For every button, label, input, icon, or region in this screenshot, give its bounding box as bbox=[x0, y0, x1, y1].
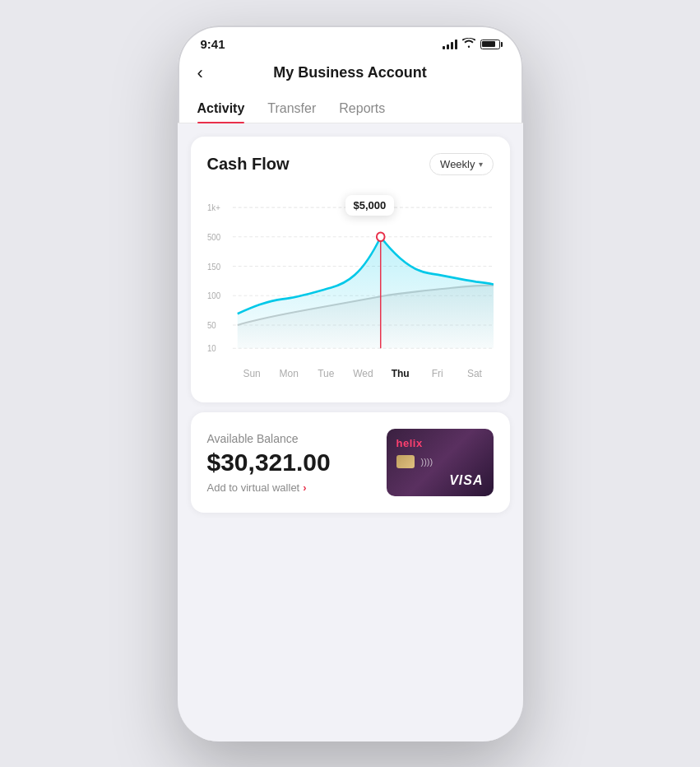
svg-text:100: 100 bbox=[207, 291, 220, 300]
balance-info: Available Balance $30,321.00 Add to virt… bbox=[207, 432, 331, 494]
tab-activity[interactable]: Activity bbox=[197, 95, 245, 123]
card-chip-icon bbox=[396, 455, 415, 468]
x-label-fri: Fri bbox=[419, 368, 456, 379]
x-label-mon: Mon bbox=[271, 368, 308, 379]
content-area: Cash Flow Weekly ▾ $5,000 bbox=[178, 123, 523, 741]
period-selector[interactable]: Weekly ▾ bbox=[429, 153, 493, 175]
cash-flow-header: Cash Flow Weekly ▾ bbox=[207, 153, 494, 175]
add-wallet-link[interactable]: Add to virtual wallet › bbox=[207, 481, 331, 494]
x-label-wed: Wed bbox=[345, 368, 382, 379]
battery-icon bbox=[480, 40, 500, 49]
arrow-right-icon: › bbox=[303, 481, 306, 494]
card-visa-label: VISA bbox=[396, 473, 484, 488]
balance-card: Available Balance $30,321.00 Add to virt… bbox=[191, 412, 510, 513]
svg-text:150: 150 bbox=[207, 262, 220, 271]
cash-flow-title: Cash Flow bbox=[207, 155, 290, 174]
phone-frame: 9:41 ‹ My Business Account bbox=[178, 26, 523, 741]
balance-label: Available Balance bbox=[207, 432, 331, 445]
x-axis-labels: Sun Mon Tue Wed Thu Fri Sat bbox=[207, 365, 494, 379]
credit-card: helix )))) VISA bbox=[387, 429, 494, 496]
svg-text:1k+: 1k+ bbox=[207, 203, 220, 212]
period-label: Weekly bbox=[440, 158, 475, 170]
signal-icon bbox=[443, 40, 457, 49]
wifi-icon bbox=[462, 38, 475, 50]
status-icons bbox=[443, 38, 500, 50]
contactless-icon: )))) bbox=[421, 457, 433, 467]
svg-text:50: 50 bbox=[207, 321, 216, 330]
card-chip-row: )))) bbox=[396, 455, 484, 468]
svg-text:10: 10 bbox=[207, 344, 216, 353]
tabs-bar: Activity Transfer Reports bbox=[178, 95, 523, 123]
x-label-thu: Thu bbox=[382, 368, 419, 379]
page-title: My Business Account bbox=[273, 64, 426, 81]
tab-reports[interactable]: Reports bbox=[339, 95, 385, 123]
card-brand: helix bbox=[396, 437, 484, 449]
cash-flow-card: Cash Flow Weekly ▾ $5,000 bbox=[191, 137, 510, 402]
back-button[interactable]: ‹ bbox=[197, 63, 203, 84]
tab-transfer[interactable]: Transfer bbox=[267, 95, 316, 123]
status-bar: 9:41 bbox=[178, 26, 523, 58]
chevron-down-icon: ▾ bbox=[479, 160, 483, 169]
status-time: 9:41 bbox=[201, 37, 225, 51]
svg-point-13 bbox=[376, 233, 384, 242]
svg-text:500: 500 bbox=[207, 233, 220, 242]
x-label-tue: Tue bbox=[308, 368, 345, 379]
chart-tooltip: $5,000 bbox=[345, 195, 395, 216]
x-label-sat: Sat bbox=[456, 368, 493, 379]
x-label-sun: Sun bbox=[234, 368, 271, 379]
header: ‹ My Business Account bbox=[178, 58, 523, 95]
add-wallet-text: Add to virtual wallet bbox=[207, 481, 300, 494]
balance-amount: $30,321.00 bbox=[207, 449, 331, 476]
chart-container: $5,000 1k+ 500 150 100 50 10 bbox=[207, 188, 494, 386]
